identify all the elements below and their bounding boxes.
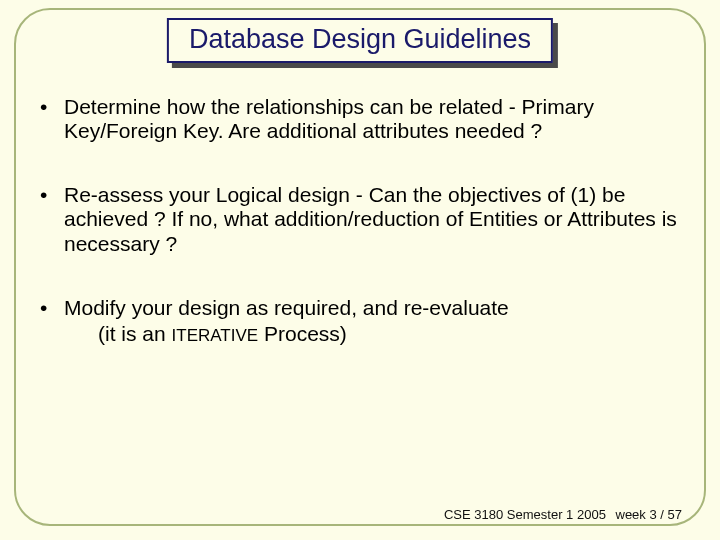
- footer-page: 57: [668, 507, 682, 522]
- bullet3-post: Process): [258, 322, 347, 345]
- bullet3-line1: Modify your design as required, and re-e…: [64, 296, 509, 319]
- bullet-text: Modify your design as required, and re-e…: [64, 296, 680, 346]
- footer-course: CSE 3180 Semester 1 2005: [444, 507, 606, 522]
- bullet-text: Determine how the relationships can be r…: [64, 95, 680, 143]
- content-area: • Determine how the relationships can be…: [40, 95, 680, 346]
- slide: Database Design Guidelines • Determine h…: [0, 0, 720, 540]
- bullet-item: • Re-assess your Logical design - Can th…: [40, 183, 680, 255]
- title-inner: Database Design Guidelines: [167, 18, 553, 63]
- slide-title: Database Design Guidelines: [189, 24, 531, 54]
- bullet-marker: •: [40, 95, 64, 143]
- bullet-marker: •: [40, 296, 64, 346]
- bullet3-line2: (it is an ITERATIVE Process): [98, 322, 680, 346]
- title-box: Database Design Guidelines: [167, 18, 553, 63]
- bullet3-pre: (it is an: [98, 322, 172, 345]
- bullet-marker: •: [40, 183, 64, 255]
- footer-week: week 3 /: [616, 507, 668, 522]
- bullet-text: Re-assess your Logical design - Can the …: [64, 183, 680, 255]
- bullet3-caps: ITERATIVE: [172, 326, 259, 345]
- footer: CSE 3180 Semester 1 2005 week 3 / 57: [444, 507, 682, 522]
- bullet-item: • Determine how the relationships can be…: [40, 95, 680, 143]
- bullet-item: • Modify your design as required, and re…: [40, 296, 680, 346]
